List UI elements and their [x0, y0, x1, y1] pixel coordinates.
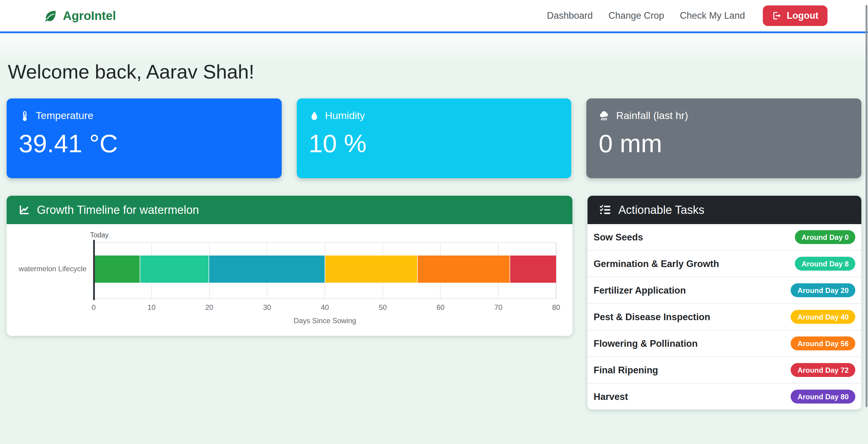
- navbar: AgroIntel DashboardChange CropCheck My L…: [0, 0, 868, 33]
- cloud-rain-icon: [599, 110, 611, 122]
- task-row-fertilizer-application: Fertilizer ApplicationAround Day 20: [588, 277, 861, 304]
- x-tick-label: 0: [81, 304, 107, 312]
- task-name: Harvest: [594, 391, 628, 402]
- task-row-sow-seeds: Sow SeedsAround Day 0: [588, 224, 861, 250]
- logout-label: Logout: [787, 10, 818, 21]
- growth-chart-canvas: 01020304050607080TodayDays Since Sowingw…: [7, 224, 572, 336]
- task-name: Fertilizer Application: [594, 285, 686, 296]
- task-day-badge: Around Day 40: [791, 310, 855, 324]
- x-tick-label: 70: [485, 304, 512, 312]
- task-row-flowering-pollination: Flowering & PollinationAround Day 56: [588, 330, 861, 357]
- growth-timeline-title: Growth Timeline for watermelon: [37, 203, 199, 217]
- brand-logo[interactable]: AgroIntel: [43, 9, 116, 23]
- growth-timeline-header: Growth Timeline for watermelon: [7, 196, 572, 224]
- today-marker-label: Today: [90, 232, 108, 239]
- x-tick-label: 80: [543, 304, 569, 312]
- main-content: Welcome back, Aarav Shah! Temperature39.…: [0, 33, 868, 442]
- stat-cards-row: Temperature39.41 °CHumidity10 %Rainfall …: [7, 99, 861, 179]
- actionable-tasks-card: Actionable Tasks Sow SeedsAround Day 0Ge…: [588, 196, 861, 410]
- nav-link-check-my-land[interactable]: Check My Land: [672, 10, 753, 21]
- stat-card-humidity: Humidity10 %: [297, 99, 571, 179]
- task-day-badge: Around Day 20: [791, 284, 855, 297]
- task-row-final-ripening: Final RipeningAround Day 72: [588, 357, 861, 383]
- welcome-heading: Welcome back, Aarav Shah!: [8, 61, 861, 84]
- stat-card-label-row: Humidity: [309, 110, 559, 122]
- stat-card-value: 39.41 °C: [19, 130, 269, 159]
- task-day-badge: Around Day 72: [791, 363, 855, 377]
- task-row-pest-disease-inspection: Pest & Disease InspectionAround Day 40: [588, 304, 861, 330]
- task-day-badge: Around Day 80: [791, 390, 855, 404]
- chart-bar-segment: [417, 256, 510, 283]
- stat-card-temperature: Temperature39.41 °C: [7, 99, 281, 179]
- actionable-tasks-title: Actionable Tasks: [618, 203, 704, 217]
- x-tick-label: 30: [254, 304, 280, 312]
- task-name: Sow Seeds: [594, 232, 643, 243]
- x-tick-label: 60: [427, 304, 454, 312]
- x-tick-label: 50: [369, 304, 396, 312]
- stat-card-label: Temperature: [36, 110, 93, 122]
- x-tick-label: 20: [196, 304, 223, 312]
- chart-bar-segment: [510, 256, 556, 283]
- stat-card-label-row: Rainfall (last hr): [599, 110, 849, 122]
- task-name: Final Ripening: [594, 365, 658, 376]
- brand-name: AgroIntel: [63, 9, 116, 23]
- today-marker-line: [93, 240, 95, 300]
- stat-card-label: Rainfall (last hr): [616, 110, 688, 122]
- task-day-badge: Around Day 56: [791, 337, 855, 351]
- chart-bar-segment: [325, 256, 417, 283]
- thermometer-icon: [19, 110, 30, 122]
- leaf-icon: [43, 9, 57, 23]
- growth-timeline-card: Growth Timeline for watermelon 010203040…: [7, 196, 572, 336]
- logout-button[interactable]: Logout: [763, 5, 828, 26]
- stat-card-label: Humidity: [325, 110, 365, 122]
- x-tick-label: 40: [312, 304, 338, 312]
- stat-card-rainfall-last-hr: Rainfall (last hr)0 mm: [587, 99, 861, 179]
- chart-bar-segment: [140, 256, 210, 283]
- logout-icon: [772, 11, 782, 21]
- stat-card-value: 10 %: [309, 130, 559, 159]
- nav-link-dashboard[interactable]: Dashboard: [539, 10, 601, 21]
- stat-card-label-row: Temperature: [19, 110, 269, 122]
- nav-link-change-crop[interactable]: Change Crop: [600, 10, 672, 21]
- list-check-icon: [599, 204, 612, 217]
- chart-bar-segment: [94, 256, 140, 283]
- droplet-icon: [309, 111, 319, 122]
- chart-line-icon: [18, 204, 30, 216]
- chart-bar-segment: [210, 256, 325, 283]
- y-axis-label: watermelon Lifecycle: [7, 265, 87, 273]
- task-name: Germination & Early Growth: [594, 258, 719, 269]
- page-scrollbar[interactable]: [866, 5, 867, 407]
- task-name: Flowering & Pollination: [594, 338, 698, 349]
- stat-card-value: 0 mm: [599, 130, 849, 159]
- task-day-badge: Around Day 0: [795, 230, 855, 244]
- task-row-germination-early-growth: Germination & Early GrowthAround Day 8: [588, 250, 861, 277]
- task-name: Pest & Disease Inspection: [594, 312, 710, 323]
- x-tick-label: 10: [138, 304, 165, 312]
- x-axis-title: Days Since Sowing: [94, 317, 556, 325]
- task-day-badge: Around Day 8: [795, 257, 855, 271]
- task-row-harvest: HarvestAround Day 80: [588, 383, 861, 410]
- tasks-list: Sow SeedsAround Day 0Germination & Early…: [588, 224, 861, 410]
- nav-links: DashboardChange CropCheck My Land: [539, 10, 753, 21]
- actionable-tasks-header: Actionable Tasks: [588, 196, 861, 224]
